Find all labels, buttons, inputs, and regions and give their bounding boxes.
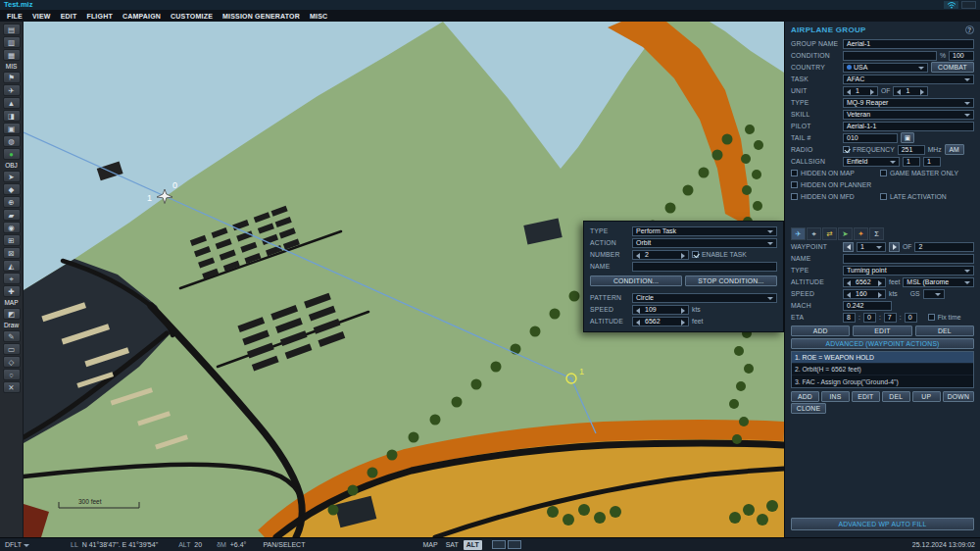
menu-view[interactable]: VIEW [27, 13, 56, 20]
wifi-icon[interactable] [944, 1, 958, 9]
window-button-icon[interactable] [961, 1, 976, 9]
tail-number-input[interactable]: 010 [843, 133, 898, 143]
trigger-tool-icon[interactable]: ⊕ [3, 196, 21, 208]
eta-seconds-input[interactable]: 0 [905, 313, 917, 323]
aircraft-tool-icon[interactable]: ✈ [3, 84, 21, 96]
route-tool-icon[interactable]: ➤ [3, 171, 21, 182]
enable-task-checkbox[interactable] [692, 251, 699, 258]
layer-selector[interactable]: DFLT [5, 541, 29, 548]
map-canvas[interactable]: 300 feet 1 0 1 TYPE Perform Task [24, 22, 784, 537]
open-mission-icon[interactable]: ▥ [3, 36, 21, 48]
unit-type-dropdown[interactable]: MQ-9 Reaper [843, 98, 974, 108]
alt-view-button[interactable]: ALT [464, 540, 482, 550]
waypoint-action-row[interactable]: 2. Orbit(H = 6562 feet) [792, 364, 973, 376]
clone-button[interactable]: CLONE [791, 403, 826, 414]
speed-reference-dropdown[interactable] [923, 289, 945, 299]
unit-total-stepper[interactable]: 1 [893, 86, 928, 96]
callsign-number2-input[interactable]: 1 [923, 157, 941, 167]
advanced-waypoint-actions-button[interactable]: ADVANCED (WAYPOINT ACTIONS) [791, 338, 974, 349]
edit-waypoint-button[interactable]: EDIT [853, 326, 911, 336]
task-number-stepper[interactable]: 2 [632, 250, 689, 260]
zone-tool-icon[interactable]: ◆ [3, 183, 21, 195]
new-mission-icon[interactable]: ▤ [3, 24, 21, 35]
add-waypoint-button[interactable]: ADD [791, 326, 850, 336]
menu-file[interactable]: FILE [2, 13, 27, 20]
stop-condition-button[interactable]: STOP CONDITION... [685, 276, 777, 286]
condition-percent-input[interactable]: 100 [949, 51, 974, 61]
map-view-button[interactable]: MAP [419, 540, 440, 550]
group-route-tab-icon[interactable]: ➤ [838, 227, 853, 240]
radio-checkbox[interactable] [843, 146, 850, 153]
menu-flight[interactable]: FLIGHT [81, 13, 117, 20]
objective-circle-icon[interactable]: ● [3, 148, 21, 160]
action-edit-button[interactable]: EDIT [852, 391, 880, 402]
target-tool-icon[interactable]: ◉ [3, 222, 21, 233]
condition-input[interactable] [843, 51, 937, 61]
vehicle-tool-icon[interactable]: ▲ [3, 97, 21, 109]
unit-count-stepper[interactable]: 1 [843, 86, 878, 96]
task-dropdown[interactable]: AFAC [843, 75, 974, 84]
menu-customize[interactable]: CUSTOMIZE [166, 13, 218, 20]
task-altitude-stepper[interactable]: 6562 [632, 317, 689, 326]
center-tool-icon[interactable]: ⌖ [3, 273, 21, 284]
eta-minutes-input[interactable]: 7 [884, 313, 897, 323]
route-tab-icon[interactable]: ✈ [791, 227, 806, 240]
task-type-dropdown[interactable]: Perform Task [632, 226, 777, 236]
display-icon[interactable] [492, 540, 506, 549]
waypoint-number-dropdown[interactable]: 1 [857, 242, 886, 252]
action-up-button[interactable]: UP [912, 391, 941, 402]
briefing-icon[interactable]: ⚑ [3, 72, 21, 83]
skill-dropdown[interactable]: Veteran [843, 110, 974, 120]
map-options-icon[interactable]: ◩ [3, 308, 21, 320]
altitude-reference-dropdown[interactable]: MSL (Barome [903, 277, 974, 287]
callsign-dropdown[interactable]: Enfield [843, 157, 900, 167]
hidden-on-planner-checkbox[interactable] [791, 181, 798, 188]
eta-days-input[interactable]: 8 [843, 313, 856, 323]
polygon-draw-icon[interactable]: ◇ [3, 356, 21, 368]
static-tool-icon[interactable]: ▣ [3, 123, 21, 134]
rectangle-draw-icon[interactable]: ▭ [3, 343, 21, 355]
combat-button[interactable]: COMBAT [931, 62, 974, 73]
action-insert-button[interactable]: INS [821, 391, 850, 402]
task-name-input[interactable] [632, 262, 777, 272]
waypoint-name-input[interactable] [843, 254, 974, 264]
pattern-dropdown[interactable]: Circle [632, 293, 777, 303]
condition-button[interactable]: CONDITION... [590, 276, 682, 286]
frequency-input[interactable]: 251 [898, 145, 925, 155]
menu-mission-generator[interactable]: MISSION GENERATOR [218, 13, 305, 20]
task-speed-stepper[interactable]: 109 [632, 305, 689, 315]
pencil-icon[interactable]: ✎ [3, 330, 21, 342]
ship-tool-icon[interactable]: ◨ [3, 110, 21, 122]
waypoint-type-dropdown[interactable]: Turning point [843, 266, 974, 276]
waypoint-action-row[interactable]: 3. FAC - Assign Group("Ground-4") [792, 376, 973, 387]
hidden-on-mfd-checkbox[interactable] [791, 193, 798, 200]
waypoint-speed-stepper[interactable]: 160 [843, 289, 886, 299]
layers-icon[interactable] [508, 540, 521, 549]
menu-misc[interactable]: MISC [305, 13, 332, 20]
prev-waypoint-button[interactable] [843, 242, 854, 252]
erase-draw-icon[interactable]: ✕ [3, 381, 21, 393]
menu-edit[interactable]: EDIT [56, 13, 82, 20]
action-add-button[interactable]: ADD [791, 391, 819, 402]
hidden-on-map-checkbox[interactable] [791, 170, 798, 176]
task-action-dropdown[interactable]: Orbit [632, 238, 777, 248]
game-master-only-checkbox[interactable] [880, 170, 887, 176]
summary-tab-icon[interactable]: Σ [869, 227, 884, 240]
menu-campaign[interactable]: CAMPAIGN [118, 13, 166, 20]
modulation-button[interactable]: AM [945, 144, 964, 155]
late-activation-checkbox[interactable] [880, 193, 887, 200]
layers-tool-icon[interactable]: ◭ [3, 260, 21, 272]
pilot-input[interactable]: Aerial-1-1 [843, 122, 974, 131]
circle-draw-icon[interactable]: ○ [3, 369, 21, 380]
grid-tool-icon[interactable]: ⊞ [3, 234, 21, 246]
action-delete-button[interactable]: DEL [882, 391, 910, 402]
payload-tab-icon[interactable]: ⇄ [822, 227, 837, 240]
action-down-button[interactable]: DOWN [943, 391, 974, 402]
target-tab-icon[interactable]: ⌖ [807, 227, 821, 240]
next-waypoint-button[interactable] [889, 242, 900, 252]
save-mission-icon[interactable]: ▦ [3, 49, 21, 61]
help-icon[interactable]: ? [965, 25, 974, 34]
waypoint-altitude-stepper[interactable]: 6562 [843, 277, 886, 287]
copy-icon[interactable]: ▣ [901, 132, 914, 143]
callsign-number1-input[interactable]: 1 [903, 157, 920, 167]
